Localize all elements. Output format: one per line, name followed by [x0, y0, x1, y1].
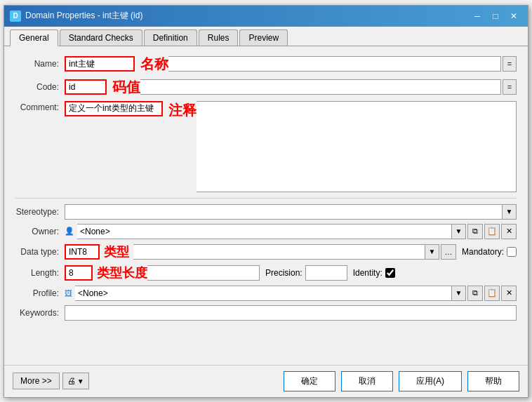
- tab-rules[interactable]: Rules: [199, 29, 239, 46]
- confirm-button[interactable]: 确定: [284, 371, 335, 391]
- identity-label: Identity:: [353, 268, 383, 278]
- tab-bar: General Standard Checks Definition Rules…: [4, 27, 528, 46]
- mandatory-checkbox[interactable]: [507, 247, 517, 257]
- profile-copy-button[interactable]: ⧉: [467, 286, 483, 301]
- stereotype-row: Stereotype: ▼: [15, 204, 517, 220]
- window-icon: D: [10, 11, 21, 22]
- tab-definition[interactable]: Definition: [144, 29, 197, 46]
- stereotype-dropdown-arrow[interactable]: ▼: [503, 204, 517, 220]
- datatype-dropdown-arrow[interactable]: ▼: [425, 244, 439, 260]
- name-equals-button[interactable]: =: [503, 56, 517, 72]
- comment-annotation: 注释: [168, 101, 197, 120]
- length-row: Length: 类型长度 Precision: Identity:: [15, 264, 517, 281]
- mandatory-label: Mandatory:: [462, 247, 504, 257]
- more-button[interactable]: More >>: [13, 373, 60, 389]
- stereotype-label: Stereotype:: [15, 207, 65, 217]
- datatype-browse-button[interactable]: …: [441, 244, 456, 260]
- window-title: Domain Properties - int主键 (id): [25, 10, 469, 22]
- main-window: D Domain Properties - int主键 (id) ─ □ ✕ G…: [4, 5, 528, 398]
- code-annotation: 码值: [112, 78, 140, 97]
- profile-label: Profile:: [15, 288, 65, 298]
- comment-row: Comment: 注释: [15, 101, 517, 192]
- close-button[interactable]: ✕: [505, 9, 522, 23]
- length-input[interactable]: [65, 265, 93, 281]
- tab-preview[interactable]: Preview: [239, 29, 288, 46]
- keywords-input[interactable]: [65, 305, 517, 321]
- datatype-label: Data type:: [15, 247, 65, 257]
- name-input[interactable]: [65, 56, 135, 72]
- print-dropdown-arrow: ▼: [77, 377, 84, 385]
- name-annotation: 名称: [140, 55, 168, 74]
- precision-input[interactable]: [305, 265, 347, 281]
- owner-row: Owner: 👤 ▼ ⧉ 📋 ✕: [15, 224, 517, 239]
- datatype-annotation: 类型: [104, 243, 129, 260]
- print-button[interactable]: 🖨 ▼: [62, 373, 89, 389]
- code-row: Code: 码值 =: [15, 78, 517, 97]
- code-input[interactable]: [65, 79, 107, 95]
- stereotype-input[interactable]: [65, 204, 503, 220]
- cancel-button[interactable]: 取消: [341, 371, 393, 391]
- owner-label: Owner:: [15, 227, 65, 236]
- datatype-input[interactable]: [65, 244, 100, 260]
- code-equals-button[interactable]: =: [503, 79, 517, 95]
- comment-label: Comment:: [15, 101, 65, 112]
- title-bar: D Domain Properties - int主键 (id) ─ □ ✕: [4, 6, 528, 27]
- owner-clear-button[interactable]: ✕: [501, 224, 517, 239]
- owner-icon: 👤: [65, 227, 74, 236]
- name-input-rest[interactable]: [168, 56, 501, 72]
- name-row: Name: 名称 =: [15, 55, 517, 74]
- minimize-button[interactable]: ─: [469, 9, 486, 23]
- length-annotation: 类型长度: [97, 264, 147, 281]
- profile-row: Profile: 🖼 ▼ ⧉ 📋 ✕: [15, 286, 517, 301]
- code-label: Code:: [15, 82, 65, 92]
- profile-dropdown-arrow[interactable]: ▼: [452, 286, 466, 301]
- comment-area-rest[interactable]: [197, 101, 517, 192]
- title-bar-buttons: ─ □ ✕: [469, 9, 522, 23]
- help-button[interactable]: 帮助: [467, 371, 519, 391]
- owner-input[interactable]: [77, 224, 452, 239]
- form-content: Name: 名称 = Code: 码值 = Comment: 注释 Stereo…: [4, 46, 528, 365]
- owner-dropdown-arrow[interactable]: ▼: [452, 224, 466, 239]
- profile-select-button[interactable]: 📋: [484, 286, 500, 301]
- owner-select-button[interactable]: 📋: [484, 224, 500, 239]
- code-input-rest[interactable]: [140, 79, 501, 95]
- separator-1: [15, 198, 517, 199]
- tab-standard-checks[interactable]: Standard Checks: [60, 29, 142, 46]
- bottom-bar: More >> 🖨 ▼ 确定 取消 应用(A) 帮助: [4, 365, 528, 397]
- comment-input[interactable]: [65, 101, 163, 116]
- owner-copy-button[interactable]: ⧉: [467, 224, 483, 239]
- length-input-rest: [147, 265, 260, 281]
- keywords-label: Keywords:: [15, 308, 65, 318]
- profile-icon: 🖼: [65, 289, 72, 297]
- print-icon: 🖨: [67, 376, 76, 386]
- apply-button[interactable]: 应用(A): [399, 371, 462, 391]
- identity-checkbox[interactable]: [385, 268, 395, 278]
- maximize-button[interactable]: □: [487, 9, 504, 23]
- length-label: Length:: [15, 268, 65, 278]
- profile-clear-button[interactable]: ✕: [501, 286, 517, 301]
- name-label: Name:: [15, 59, 65, 69]
- keywords-row: Keywords:: [15, 305, 517, 321]
- datatype-row: Data type: 类型 ▼ … Mandatory:: [15, 243, 517, 260]
- profile-input[interactable]: [75, 286, 452, 301]
- tab-general[interactable]: General: [10, 29, 58, 46]
- precision-label: Precision:: [265, 268, 302, 278]
- datatype-select-rest[interactable]: [133, 244, 425, 260]
